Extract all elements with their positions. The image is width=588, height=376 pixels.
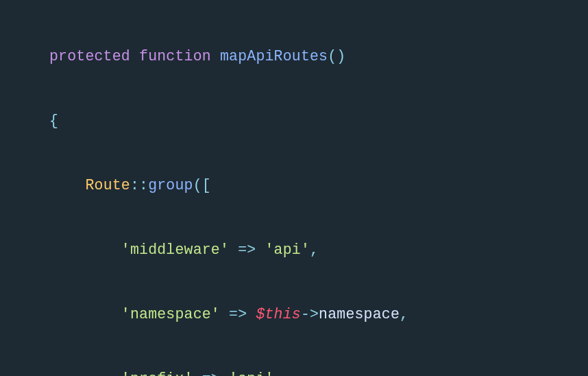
class-name: Route (85, 177, 130, 193)
code-line: protected function mapApiRoutes() (0, 40, 588, 73)
function-name: mapApiRoutes (220, 48, 328, 64)
property: namespace (319, 306, 400, 322)
code-line: 'middleware' => 'api', (0, 234, 588, 266)
string: 'namespace' (121, 306, 220, 322)
string: 'api' (265, 242, 310, 258)
punctuation: , (400, 306, 408, 322)
punctuation: , (310, 242, 319, 258)
punctuation: => (193, 371, 229, 376)
punctuation: , (274, 371, 283, 376)
variable: $this (256, 306, 301, 322)
punctuation: => (229, 242, 265, 258)
punctuation: () (328, 48, 345, 64)
string: 'api' (229, 371, 274, 376)
code-line: { (0, 105, 588, 137)
function-name: group (148, 177, 193, 193)
punctuation: -> (301, 306, 319, 322)
keyword: protected (49, 48, 130, 64)
code-line: 'prefix' => 'api', (0, 363, 588, 376)
keyword: function (139, 48, 211, 64)
code-line: Route::group([ (0, 169, 588, 202)
punctuation: :: (130, 177, 148, 193)
code-line: 'namespace' => $this->namespace, (0, 298, 588, 331)
string: 'prefix' (121, 371, 193, 376)
code-block: protected function mapApiRoutes() { Rout… (0, 0, 588, 376)
punctuation: => (220, 306, 256, 322)
string: 'middleware' (121, 242, 229, 258)
brace: { (49, 113, 58, 129)
punctuation: ([ (193, 177, 211, 193)
